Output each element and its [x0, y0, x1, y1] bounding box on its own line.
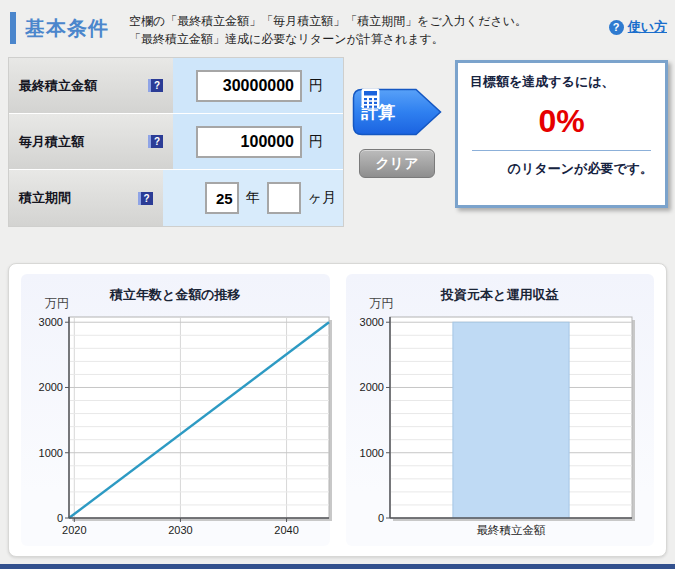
result-text-bottom: のリターンが必要です。 [470, 160, 653, 178]
result-text-top: 目標額を達成するには、 [470, 73, 653, 91]
monthly-amount-value-cell: 円 [173, 114, 343, 169]
form-row-final-amount: 最終積立金額 ? 円 [9, 58, 343, 114]
period-years-input[interactable] [205, 182, 239, 214]
svg-text:2020: 2020 [62, 524, 86, 536]
svg-text:3000: 3000 [39, 316, 63, 328]
monthly-amount-unit: 円 [309, 133, 323, 151]
svg-text:最終積立金額: 最終積立金額 [476, 524, 546, 536]
result-return-value: 0% [470, 103, 653, 140]
help-tooltip-icon[interactable]: ? [148, 135, 163, 148]
header: 基本条件 空欄の「最終積立金額」「毎月積立額」「積立期間」をご入力ください。 「… [10, 8, 667, 48]
question-circle-icon: ? [609, 20, 624, 35]
period-months-input[interactable] [267, 182, 301, 214]
svg-text:3000: 3000 [359, 316, 383, 328]
instruction-line-2: 「最終積立金額」達成に必要なリターンが計算されます。 [129, 30, 569, 48]
period-months-unit: ヶ月 [308, 189, 336, 207]
clear-button[interactable]: クリア [359, 149, 435, 178]
monthly-amount-input[interactable] [196, 126, 302, 158]
bar-chart-card: 万円 投資元本と運用収益 最終積立金額0100020003000 [346, 274, 655, 546]
help-link-label: 使い方 [628, 18, 667, 36]
period-years-unit: 年 [246, 189, 260, 207]
final-amount-unit: 円 [309, 77, 323, 95]
final-amount-value-cell: 円 [173, 58, 343, 113]
svg-text:2030: 2030 [168, 524, 192, 536]
line-chart-svg: 0100020003000202020302040 [25, 312, 333, 542]
period-value-cell: 年 ヶ月 [163, 170, 343, 226]
svg-text:0: 0 [377, 512, 383, 524]
line-chart-card: 万円 積立年数と金額の推移 0100020003000202020302040 [21, 274, 330, 546]
svg-text:2000: 2000 [359, 381, 383, 393]
final-amount-label-cell: 最終積立金額 ? [9, 58, 173, 113]
svg-text:1000: 1000 [359, 447, 383, 459]
final-amount-label: 最終積立金額 [19, 77, 97, 95]
bar-chart-title: 投資元本と運用収益 [346, 286, 655, 304]
input-form: 最終積立金額 ? 円 毎月積立額 ? 円 積立期間 ? 年 ヶ月 [8, 57, 344, 227]
calculate-button-content: 計算 [361, 88, 395, 136]
svg-text:2040: 2040 [274, 524, 298, 536]
bar-chart-svg: 最終積立金額0100020003000 [350, 312, 648, 542]
period-label: 積立期間 [19, 189, 71, 207]
monthly-amount-label-cell: 毎月積立額 ? [9, 114, 173, 169]
line-chart-title: 積立年数と金額の推移 [21, 286, 330, 304]
next-section-top-edge [0, 564, 675, 569]
help-tooltip-icon[interactable]: ? [138, 192, 153, 205]
page-title: 基本条件 [10, 12, 109, 44]
help-tooltip-icon[interactable]: ? [148, 79, 163, 92]
final-amount-input[interactable] [196, 70, 302, 102]
form-row-monthly-amount: 毎月積立額 ? 円 [9, 114, 343, 170]
calculate-button[interactable]: 計算 [352, 88, 442, 136]
instructions: 空欄の「最終積立金額」「毎月積立額」「積立期間」をご入力ください。 「最終積立金… [129, 12, 569, 48]
form-row-period: 積立期間 ? 年 ヶ月 [9, 170, 343, 226]
charts-panel: 万円 積立年数と金額の推移 0100020003000202020302040 … [8, 263, 667, 557]
calculator-icon [361, 88, 380, 109]
svg-text:2000: 2000 [39, 381, 63, 393]
help-link[interactable]: ? 使い方 [609, 18, 667, 36]
svg-text:0: 0 [57, 512, 63, 524]
period-label-cell: 積立期間 ? [9, 170, 163, 226]
buttons-column: 計算 クリア [352, 88, 447, 178]
result-panel: 目標額を達成するには、 0% のリターンが必要です。 [455, 60, 668, 208]
svg-text:1000: 1000 [39, 447, 63, 459]
instruction-line-1: 空欄の「最終積立金額」「毎月積立額」「積立期間」をご入力ください。 [129, 12, 569, 30]
monthly-amount-label: 毎月積立額 [19, 133, 84, 151]
result-divider [472, 150, 651, 151]
